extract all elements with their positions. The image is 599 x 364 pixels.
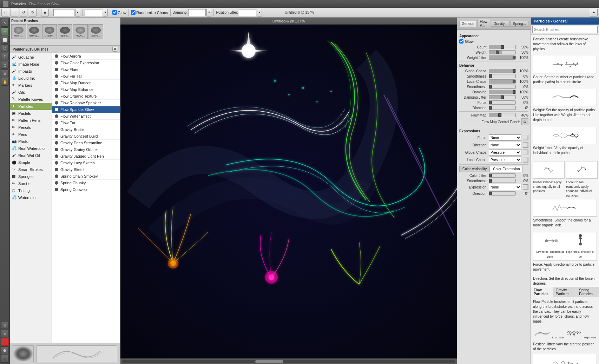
- canvas-area[interactable]: Untitled-6 @ 137%: [120, 18, 457, 364]
- redo-btn[interactable]: ↻: [29, 9, 37, 16]
- cat-image-hose[interactable]: 🌊 Image Hose: [10, 61, 52, 68]
- extra-tool-btn[interactable]: ✦: [590, 9, 598, 16]
- local-chaos-slider[interactable]: [489, 79, 516, 84]
- expr-global-chaos-select[interactable]: Pressure: [489, 149, 521, 155]
- brush-gravity-sketch[interactable]: Gravity Sketch: [52, 166, 120, 173]
- canvas-scrollbar-horizontal[interactable]: [120, 358, 457, 364]
- brush-flow-organic-texture[interactable]: Flow Organic Texture: [52, 93, 120, 100]
- cat-tinting[interactable]: ◌ Tinting: [10, 187, 52, 194]
- cat-real-watercolor[interactable]: 💦 Real Watercolor: [10, 145, 52, 152]
- direction-slider[interactable]: [489, 106, 516, 110]
- smoothness-2-slider[interactable]: [489, 85, 516, 89]
- tab-flow-p[interactable]: Flow P...: [478, 19, 491, 28]
- shape-tool[interactable]: ◻: [1, 61, 9, 69]
- tab-flow-particles[interactable]: Flow Particles: [531, 287, 553, 297]
- recent-brush-4[interactable]: Flow C...: [73, 24, 88, 39]
- cat-pens[interactable]: ✒ Pens: [10, 131, 52, 138]
- brush-flow-aurora[interactable]: Flow Aurora: [52, 53, 120, 60]
- damping-input[interactable]: 100%: [188, 9, 206, 16]
- flow-map-slider[interactable]: [489, 113, 516, 117]
- cat-pencils[interactable]: ✏ Pencils: [10, 124, 52, 131]
- cat-oils[interactable]: 🖌 Oils: [10, 89, 52, 96]
- recent-brush-3[interactable]: Spring...: [58, 24, 72, 39]
- zoom-tool[interactable]: ⊕: [1, 70, 9, 77]
- brush-flow-fur[interactable]: Flow Fur: [52, 120, 120, 126]
- brush-gravity-jagged-light-pen[interactable]: Gravity Jagged Light Pen: [52, 153, 120, 160]
- glow-checkbox[interactable]: [112, 10, 117, 15]
- cv-expression-select[interactable]: None: [489, 184, 521, 190]
- nav-back-btn[interactable]: ←: [1, 9, 9, 16]
- glow-param-checkbox[interactable]: [459, 39, 463, 44]
- position-jitter-dropdown-btn[interactable]: ▼: [257, 9, 262, 16]
- brush-flow-map-dancer[interactable]: Flow Map Dancer: [52, 80, 120, 86]
- expr-direction-select[interactable]: None: [489, 142, 521, 148]
- expr-force-select[interactable]: None: [489, 134, 521, 141]
- damping-param-slider[interactable]: [489, 90, 516, 94]
- cv-smoothness-slider[interactable]: [489, 179, 516, 183]
- canvas-content[interactable]: [120, 25, 457, 358]
- opacity-dropdown-btn[interactable]: ▼: [103, 9, 108, 16]
- brush-gravity-grainy-orbiter[interactable]: Gravity Grainy Orbiter: [52, 146, 120, 153]
- cat-liquid-ink[interactable]: 💧 Liquid Ink: [10, 75, 52, 82]
- cat-particles[interactable]: ✦ Particles: [10, 103, 52, 110]
- undo-btn[interactable]: ↺: [20, 9, 27, 16]
- randomize-checkbox[interactable]: [131, 10, 136, 15]
- brush-spring-cobweb[interactable]: Spring Cobweb: [52, 186, 120, 193]
- recent-brush-0[interactable]: Flow A...: [11, 24, 26, 39]
- brush-flow-color-expression[interactable]: Flow Color Expression: [52, 60, 120, 66]
- weight-jitter-slider[interactable]: [489, 55, 516, 60]
- weight-slider[interactable]: [489, 50, 516, 54]
- cv-tab-expression[interactable]: Color Expression: [490, 166, 523, 172]
- brush-gravity-lazy-sketch[interactable]: Gravity Lazy Sketch: [52, 160, 120, 166]
- select-tool[interactable]: ↖: [1, 19, 9, 27]
- cv-color-jitter-slider[interactable]: [489, 173, 516, 178]
- cat-sponges[interactable]: ▦ Sponges: [10, 173, 52, 180]
- global-chaos-slider[interactable]: [489, 69, 516, 73]
- brush-flow-water-effect[interactable]: Flow Water Effect: [52, 113, 120, 120]
- count-slider[interactable]: [489, 45, 516, 49]
- tool-mode-btn[interactable]: ■: [41, 9, 49, 16]
- color-tool[interactable]: [1, 338, 9, 346]
- expr-global-chaos-icon-btn[interactable]: ⬜: [523, 150, 528, 155]
- cat-palette-knives[interactable]: 🔪 Palette Knives: [10, 96, 52, 103]
- flow-map-control-btn[interactable]: ⚙: [521, 118, 528, 125]
- cat-photo[interactable]: 📷 Photo: [10, 138, 52, 145]
- cat-real-wet-oil[interactable]: 🖌 Real Wet Oil: [10, 152, 52, 159]
- cat-pastels[interactable]: ▣ Pastels: [10, 110, 52, 117]
- recent-brush-1[interactable]: Gravity...: [27, 24, 41, 39]
- brush-flow-map-enhancer[interactable]: Flow Map Enhancer: [52, 86, 120, 93]
- damping-jitter-slider[interactable]: [489, 95, 516, 99]
- cat-watercolor[interactable]: 💦 Watercolor: [10, 194, 52, 201]
- scrollbar-track[interactable]: [122, 360, 455, 363]
- nav-forward-btn[interactable]: →: [11, 9, 18, 16]
- fill-tool[interactable]: ⬡: [1, 44, 9, 52]
- cv-expression-icon-btn[interactable]: ⬜: [523, 184, 528, 190]
- expr-local-chaos-icon-btn[interactable]: ⬜: [523, 157, 528, 163]
- tab-gravity-particles[interactable]: Gravity Particles: [553, 287, 577, 297]
- brush-tool[interactable]: ✏: [1, 27, 9, 35]
- cv-direction-slider[interactable]: [489, 191, 516, 196]
- position-jitter-input[interactable]: 100%: [239, 9, 256, 16]
- mixer-tool[interactable]: ⬢: [1, 346, 9, 354]
- brush-spring-chain-smokey[interactable]: Spring Chain Smokey: [52, 173, 120, 180]
- cat-smart-strokes[interactable]: 〰 Smart Strokes: [10, 166, 52, 173]
- tab-spring[interactable]: Spring...: [511, 21, 528, 27]
- recent-brush-2[interactable]: Gravity...: [42, 24, 57, 39]
- expr-direction-icon-btn[interactable]: ⬜: [523, 142, 528, 148]
- size-dropdown-btn[interactable]: ▼: [75, 9, 80, 16]
- brush-flow-rainbow-sprinkler[interactable]: Flow Rainbow Sprinkler: [52, 100, 120, 106]
- layers-tool[interactable]: ⊞: [1, 321, 9, 329]
- cv-tab-variability[interactable]: Color Variability: [459, 166, 490, 172]
- cat-gouache[interactable]: 🖌 Gouache: [10, 54, 52, 61]
- help-search-input[interactable]: [532, 26, 598, 33]
- force-slider[interactable]: [489, 100, 516, 105]
- canvas-artwork[interactable]: [120, 25, 457, 358]
- expr-local-chaos-select[interactable]: Pressure: [489, 157, 521, 163]
- brush-flow-fur-tail[interactable]: Flow Fur Tail: [52, 73, 120, 80]
- cat-sumi-e[interactable]: ✏ Sumi-e: [10, 180, 52, 187]
- recent-brush-5[interactable]: Spring...: [88, 24, 103, 39]
- brushes-options-btn[interactable]: ✕: [112, 47, 117, 52]
- brush-gravity-bristle[interactable]: Gravity Bristle: [52, 126, 120, 133]
- opacity-input[interactable]: 100%: [85, 9, 102, 16]
- eraser-tool[interactable]: ⬜: [1, 36, 9, 44]
